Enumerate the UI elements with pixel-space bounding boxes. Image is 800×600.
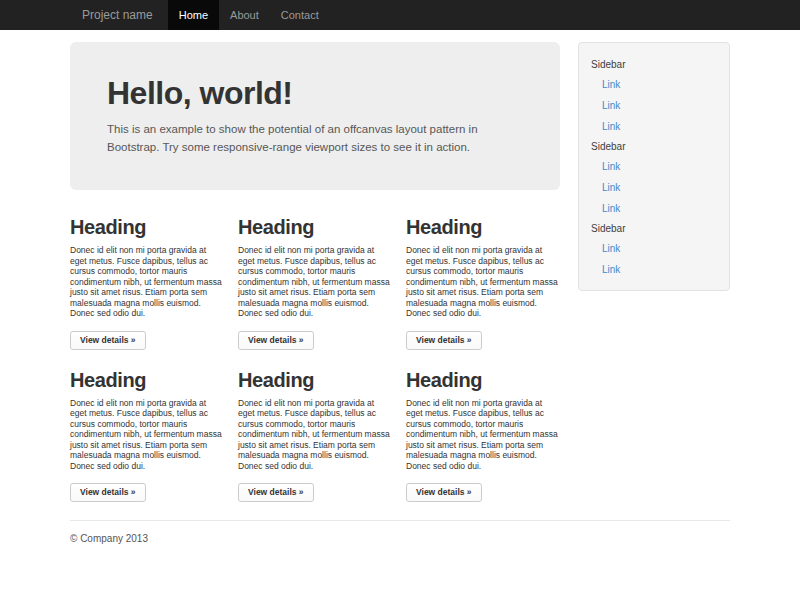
card-body-text: Donec id elit non mi porta gravida at eg… <box>406 245 560 319</box>
view-details-button[interactable]: View details » <box>406 483 482 502</box>
sidebar-link[interactable]: Link <box>579 177 729 198</box>
sidebar-link[interactable]: Link <box>579 238 729 259</box>
sidebar-section-title: Sidebar <box>579 137 729 156</box>
view-details-button[interactable]: View details » <box>70 331 146 350</box>
card-heading: Heading <box>70 215 224 239</box>
content-row: Hello, world! This is an example to show… <box>70 30 730 502</box>
nav-item-contact[interactable]: Contact <box>270 0 330 30</box>
content-card: Heading Donec id elit non mi porta gravi… <box>406 215 560 350</box>
sidebar: Sidebar Link Link Link Sidebar Link Link… <box>578 42 730 291</box>
view-details-button[interactable]: View details » <box>70 483 146 502</box>
sidebar-section: Sidebar Link Link Link <box>579 55 729 137</box>
card-heading: Heading <box>406 368 560 392</box>
cards-grid: Heading Donec id elit non mi porta gravi… <box>70 215 560 502</box>
page-container: Hello, world! This is an example to show… <box>70 30 730 544</box>
content-card: Heading Donec id elit non mi porta gravi… <box>406 368 560 503</box>
card-heading: Heading <box>238 215 392 239</box>
sidebar-section: Sidebar Link Link <box>579 219 729 280</box>
card-heading: Heading <box>70 368 224 392</box>
page-title: Hello, world! <box>107 76 523 110</box>
card-heading: Heading <box>238 368 392 392</box>
content-card: Heading Donec id elit non mi porta gravi… <box>70 215 224 350</box>
nav-item-home[interactable]: Home <box>168 0 219 30</box>
card-body-text: Donec id elit non mi porta gravida at eg… <box>238 245 392 319</box>
content-card: Heading Donec id elit non mi porta gravi… <box>238 368 392 503</box>
sidebar-section-title: Sidebar <box>579 55 729 74</box>
card-body-text: Donec id elit non mi porta gravida at eg… <box>70 245 224 319</box>
card-body-text: Donec id elit non mi porta gravida at eg… <box>406 398 560 472</box>
sidebar-link[interactable]: Link <box>579 198 729 219</box>
sidebar-link[interactable]: Link <box>579 259 729 280</box>
page-footer: © Company 2013 <box>70 520 730 544</box>
card-body-text: Donec id elit non mi porta gravida at eg… <box>70 398 224 472</box>
navbar: Project name Home About Contact <box>0 0 800 30</box>
navbar-container: Project name Home About Contact <box>70 0 730 30</box>
card-body-text: Donec id elit non mi porta gravida at eg… <box>238 398 392 472</box>
view-details-button[interactable]: View details » <box>406 331 482 350</box>
sidebar-section: Sidebar Link Link Link <box>579 137 729 219</box>
sidebar-link[interactable]: Link <box>579 95 729 116</box>
jumbotron: Hello, world! This is an example to show… <box>70 42 560 190</box>
content-card: Heading Donec id elit non mi porta gravi… <box>70 368 224 503</box>
card-heading: Heading <box>406 215 560 239</box>
sidebar-link[interactable]: Link <box>579 74 729 95</box>
sidebar-link[interactable]: Link <box>579 116 729 137</box>
sidebar-section-title: Sidebar <box>579 219 729 238</box>
sidebar-link[interactable]: Link <box>579 156 729 177</box>
content-card: Heading Donec id elit non mi porta gravi… <box>238 215 392 350</box>
main-content: Hello, world! This is an example to show… <box>70 30 560 502</box>
jumbotron-description: This is an example to show the potential… <box>107 120 507 156</box>
navbar-menu: Home About Contact <box>168 0 330 30</box>
copyright-text: © Company 2013 <box>70 533 730 544</box>
view-details-button[interactable]: View details » <box>238 331 314 350</box>
footer-divider <box>70 520 730 521</box>
navbar-brand[interactable]: Project name <box>70 0 168 30</box>
nav-item-about[interactable]: About <box>219 0 270 30</box>
view-details-button[interactable]: View details » <box>238 483 314 502</box>
